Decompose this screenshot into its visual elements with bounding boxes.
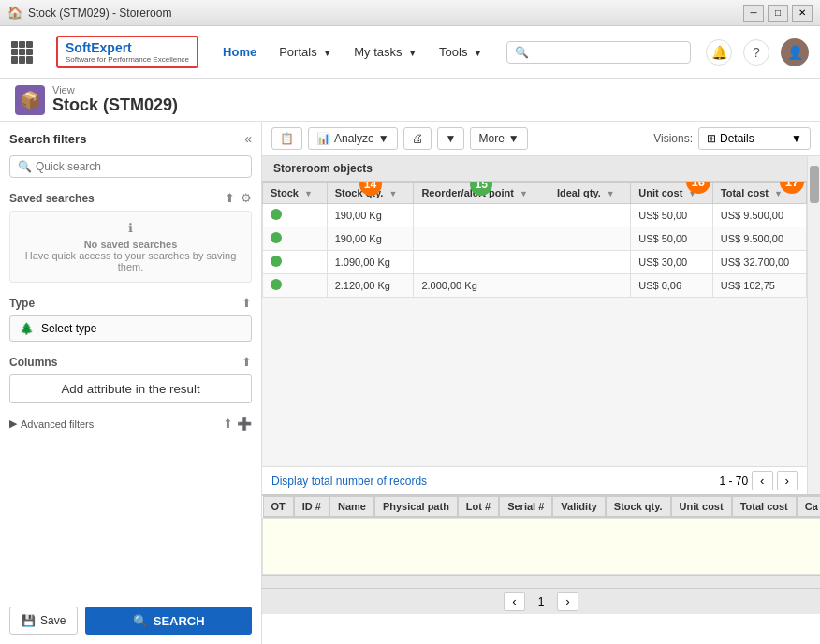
search-btn-icon: 🔍	[133, 614, 148, 628]
add-attribute-button[interactable]: Add attribute in the result	[9, 374, 252, 403]
pagination-bar: Display total number of records 1 - 70 ‹…	[262, 466, 807, 494]
storeroom-objects-header: Storeroom objects	[262, 156, 807, 182]
info-icon: ℹ	[20, 221, 242, 235]
col-name: Name	[329, 496, 374, 517]
saved-searches-title: Saved searches	[9, 192, 95, 205]
col-unit-cost[interactable]: Unit cost ▼ 16	[631, 183, 713, 204]
type-tree-icon: 🌲	[20, 322, 34, 335]
col-stock-qty[interactable]: Stock qty. ▼ 14	[327, 183, 414, 204]
col-reorder[interactable]: Reorder/alert point ▼ 15	[414, 183, 549, 204]
collapse-panel-button[interactable]: «	[244, 131, 252, 146]
close-button[interactable]: ✕	[792, 5, 813, 22]
storeroom-icon-button[interactable]: 📋	[271, 127, 302, 150]
adv-filters-add-button[interactable]: ➕	[237, 417, 252, 431]
columns-title: Columns	[9, 356, 57, 369]
grid-view-icon: ⊞	[707, 132, 716, 145]
pagination-range: 1 - 70	[719, 475, 748, 488]
vertical-scrollbar[interactable]	[807, 156, 820, 494]
chart-icon: 📊	[316, 132, 330, 145]
print-button[interactable]: 🖨	[403, 127, 432, 150]
bottom-prev-button[interactable]: ‹	[504, 592, 524, 611]
save-search-button[interactable]: ⬆	[225, 191, 235, 205]
nav-home[interactable]: Home	[213, 39, 266, 65]
col-total-cost[interactable]: Total cost ▼ 17	[712, 183, 806, 204]
nav-mytasks[interactable]: My tasks ▼	[344, 39, 426, 65]
help-button[interactable]: ?	[743, 39, 769, 66]
app-title: Stock (STM029) - Storeroom	[28, 7, 171, 20]
analyze-button[interactable]: 📊 Analyze ▼	[308, 127, 398, 150]
sort-arrow-totalcost: ▼	[774, 189, 783, 198]
prev-page-button[interactable]: ‹	[752, 471, 772, 490]
advanced-filters-label: Advanced filters	[21, 418, 94, 430]
tools-dropdown-arrow: ▼	[474, 49, 482, 58]
next-page-button[interactable]: ›	[777, 471, 798, 490]
col-validity: Validity	[552, 496, 606, 517]
table-row[interactable]: 2.120,00 Kg 2.000,00 Kg US$ 0,06 US$ 102…	[263, 274, 807, 298]
col-id: ID #	[294, 496, 329, 517]
visions-select[interactable]: ⊞ Details ▼	[698, 127, 811, 150]
col-bg-stock-qty: Stock qty.	[606, 496, 671, 517]
no-saved-searches-text: No saved searches	[20, 239, 242, 250]
breadcrumb-view-label: View	[52, 84, 178, 95]
col-ideal-qty[interactable]: Ideal qty. ▼	[549, 183, 630, 204]
saved-searches-box: ℹ No saved searches Have quick access to…	[9, 211, 252, 283]
horizontal-scrollbar[interactable]	[262, 575, 820, 588]
global-search-input[interactable]	[533, 46, 682, 59]
col-serial: Serial #	[499, 496, 552, 517]
bottom-next-button[interactable]: ›	[557, 592, 578, 611]
bottom-grid-table: OT ID # Name Physical path Lot # Serial …	[262, 496, 820, 575]
visions-dropdown-arrow: ▼	[791, 132, 802, 145]
status-indicator	[271, 279, 282, 290]
minimize-button[interactable]: ─	[743, 5, 764, 22]
nav-tools[interactable]: Tools ▼	[430, 39, 491, 65]
quick-search-input[interactable]	[36, 160, 243, 173]
sort-arrow-idealqty: ▼	[607, 189, 615, 198]
saved-search-settings-button[interactable]: ⚙	[241, 191, 252, 205]
sort-arrow-stockqty: ▼	[388, 189, 397, 198]
search-icon: 🔍	[515, 46, 529, 59]
bottom-page-num: 1	[531, 593, 552, 610]
toolbar: 📋 📊 Analyze ▼ 🖨 ▼ More ▼ Visions: ⊞ Deta…	[262, 122, 820, 156]
table-row[interactable]: 190,00 Kg US$ 50,00 US$ 9.500,00	[263, 227, 807, 251]
mytasks-dropdown-arrow: ▼	[408, 49, 417, 58]
action-buttons: 💾 Save 🔍 SEARCH	[9, 597, 252, 635]
left-panel: Search filters « 🔍 Saved searches ⬆ ⚙ ℹ …	[0, 122, 262, 644]
analyze-dropdown-arrow: ▼	[378, 132, 389, 145]
table-row[interactable]: 1.090,00 Kg US$ 30,00 US$ 32.700,00	[263, 251, 807, 274]
app-icon: 🏠	[7, 6, 22, 20]
module-icon: 📦	[15, 85, 45, 115]
col-stock[interactable]: Stock ▼	[263, 183, 328, 204]
more-button[interactable]: More ▼	[470, 127, 527, 150]
save-icon: 💾	[22, 614, 36, 627]
col-ot: OT	[263, 496, 294, 517]
bottom-pagination: ‹ 1 ›	[262, 588, 820, 614]
display-total-link[interactable]: Display total number of records	[271, 475, 427, 488]
grid-menu-icon[interactable]	[11, 41, 34, 64]
status-indicator	[271, 256, 282, 267]
type-title: Type	[9, 297, 35, 310]
notifications-button[interactable]: 🔔	[706, 39, 732, 66]
quick-search-icon: 🔍	[18, 160, 32, 173]
global-search-box[interactable]: 🔍	[506, 41, 691, 64]
col-physical-path: Physical path	[374, 496, 458, 517]
type-save-button[interactable]: ⬆	[242, 296, 252, 310]
select-type-button[interactable]: 🌲 Select type	[9, 315, 252, 342]
columns-save-button[interactable]: ⬆	[242, 355, 252, 369]
maximize-button[interactable]: □	[768, 5, 788, 22]
page-title: Stock (STM029)	[52, 95, 178, 115]
col-ca: Ca	[797, 496, 820, 517]
table-row[interactable]: 190,00 Kg US$ 50,00 US$ 9.500,00	[263, 204, 807, 227]
save-button[interactable]: 💾 Save	[9, 607, 78, 635]
visions-label: Visions:	[653, 132, 693, 145]
badge-17: 17	[780, 182, 804, 194]
print-dropdown-button[interactable]: ▼	[437, 127, 465, 150]
scroll-thumb[interactable]	[810, 166, 819, 203]
user-avatar[interactable]: 👤	[781, 38, 809, 66]
nav-portals[interactable]: Portals ▼	[270, 39, 341, 65]
breadcrumb-bar: 📦 View Stock (STM029)	[0, 79, 820, 122]
logo: SoftExpert Software for Performance Exce…	[56, 36, 198, 68]
search-button[interactable]: 🔍 SEARCH	[85, 607, 252, 635]
adv-filters-save-button[interactable]: ⬆	[223, 417, 233, 431]
advanced-filters-toggle[interactable]: ▶ Advanced filters	[9, 417, 94, 430]
top-nav: SoftExpert Software for Performance Exce…	[0, 26, 820, 79]
